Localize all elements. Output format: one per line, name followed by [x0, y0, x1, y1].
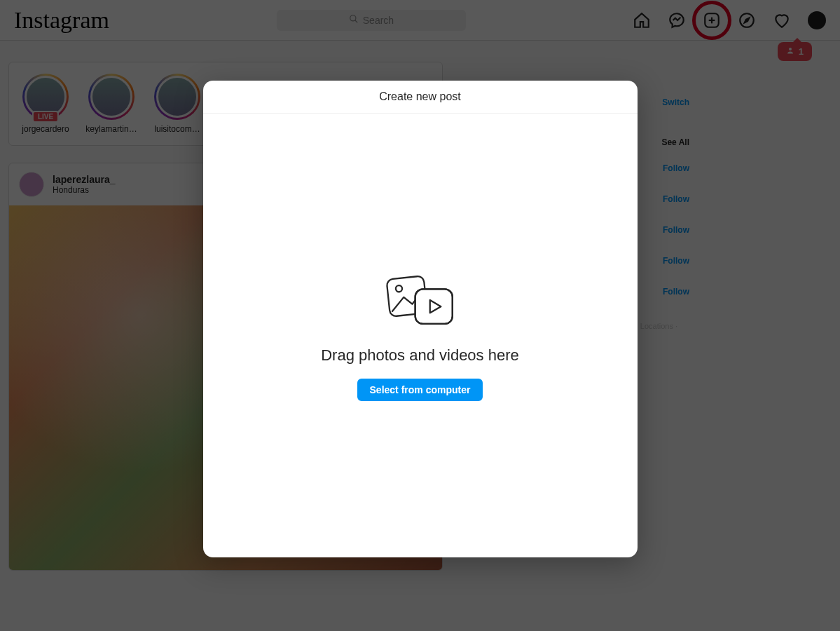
svg-rect-10 — [415, 289, 452, 324]
modal-body[interactable]: Drag photos and videos here Select from … — [203, 114, 638, 557]
modal-overlay[interactable]: Create new post Drag photos and videos h… — [0, 0, 840, 631]
drag-instruction-text: Drag photos and videos here — [321, 346, 519, 365]
select-from-computer-button[interactable]: Select from computer — [357, 379, 483, 401]
modal-title: Create new post — [203, 81, 638, 114]
svg-point-9 — [395, 285, 402, 292]
media-icon — [382, 271, 459, 332]
create-post-modal: Create new post Drag photos and videos h… — [203, 81, 638, 557]
